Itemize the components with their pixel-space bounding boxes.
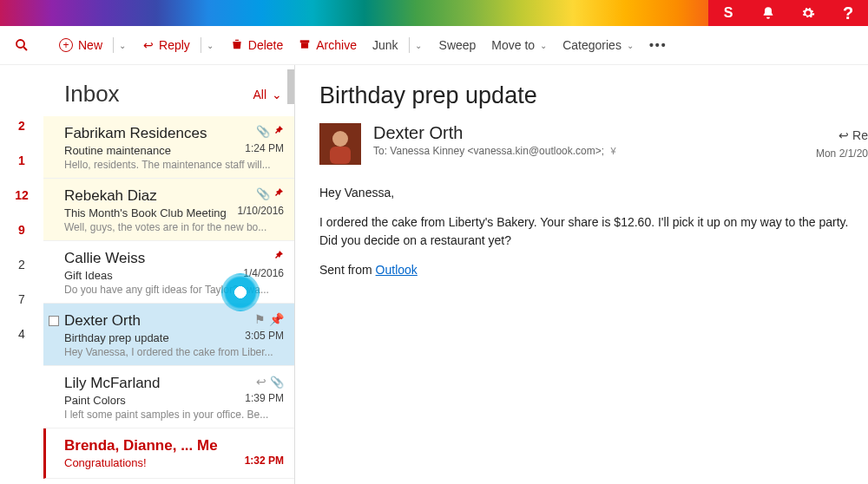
chevron-down-icon: ⌄	[272, 88, 282, 101]
item-icons: ⚑📌	[254, 312, 284, 326]
categories-label: Categories	[562, 38, 621, 52]
folder-title: Inbox	[64, 81, 120, 108]
svg-line-1	[23, 47, 27, 50]
delete-label: Delete	[248, 38, 283, 52]
svg-point-5	[332, 131, 348, 147]
junk-label: Junk	[372, 38, 398, 52]
item-icons: ↩📎	[256, 375, 284, 389]
scrollbar[interactable]	[287, 65, 294, 484]
sweep-button[interactable]: Sweep	[439, 38, 477, 52]
archive-button[interactable]: Archive	[299, 38, 357, 53]
folder-count[interactable]: 4	[18, 327, 25, 341]
folder-count[interactable]: 9	[18, 223, 25, 237]
trash-icon	[231, 38, 243, 53]
message-item[interactable]: 📎Rebekah DiazThis Month's Book Club Meet…	[43, 179, 294, 241]
delete-button[interactable]: Delete	[231, 38, 283, 53]
reply-arrow-icon: ↩	[256, 375, 266, 389]
item-preview: Well, guys, the votes are in for the new…	[64, 221, 282, 233]
item-sender: Dexter Orth	[64, 312, 282, 330]
pin-icon	[273, 187, 284, 200]
skype-icon[interactable]: S	[708, 0, 748, 26]
filter-dropdown[interactable]: All ⌄	[253, 88, 282, 101]
item-sender: Brenda, Dianne, ... Me	[64, 437, 282, 455]
item-sender: Lily McFarland	[64, 375, 282, 392]
message-item[interactable]: ↩📎Lily McFarlandPaint ColorsI left some …	[43, 366, 294, 428]
folder-count[interactable]: 2	[18, 258, 25, 271]
message-item[interactable]: 📎Fabrikam ResidencesRoutine maintenanceH…	[43, 116, 294, 179]
new-label: New	[78, 38, 102, 52]
reply-label: Re	[852, 128, 868, 142]
attachment-icon: 📎	[256, 187, 270, 200]
item-time: 3:05 PM	[245, 330, 284, 342]
item-sender: Rebekah Diaz	[64, 187, 282, 205]
help-icon[interactable]: ?	[828, 0, 868, 26]
message-body: Hey Vanessa, I ordered the cake from Lib…	[319, 184, 858, 278]
message-item[interactable]: ⚑📌Dexter OrthBirthday prep updateHey Van…	[43, 304, 294, 366]
scrollbar-thumb[interactable]	[287, 69, 294, 104]
recipients-line: To: Vanessa Kinney <vanessa.kin@outlook.…	[373, 145, 868, 157]
folder-count[interactable]: 2	[18, 119, 25, 133]
body-paragraph: I ordered the cake from Liberty's Bakery…	[319, 213, 858, 249]
item-sender: Fabrikam Residences	[64, 125, 282, 142]
sender-avatar[interactable]	[319, 123, 361, 165]
message-list: 📎Fabrikam ResidencesRoutine maintenanceH…	[43, 116, 294, 484]
sweep-label: Sweep	[439, 38, 477, 52]
command-toolbar: + New ⌄ ↩ Reply ⌄ Delete Archive Junk ⌄ …	[0, 26, 868, 65]
archive-label: Archive	[316, 38, 357, 52]
search-icon[interactable]	[0, 37, 43, 53]
svg-rect-6	[330, 147, 351, 164]
folder-count[interactable]: 7	[18, 292, 25, 306]
select-checkbox[interactable]	[49, 316, 59, 326]
sig-prefix: Sent from	[319, 263, 376, 277]
outlook-link[interactable]: Outlook	[376, 263, 418, 277]
chevron-down-icon[interactable]: ⌄	[113, 37, 128, 53]
folder-count[interactable]: 12	[15, 188, 29, 202]
to-value: Vanessa Kinney <vanessa.kin@outlook.com>…	[390, 145, 604, 157]
pin-outline-icon[interactable]: 📌	[269, 312, 284, 326]
pin-icon	[273, 125, 284, 138]
moveto-label: Move to	[491, 38, 535, 52]
item-time: 1:32 PM	[245, 455, 284, 467]
item-preview: Hello, residents. The maintenance staff …	[64, 159, 282, 171]
chevron-down-icon: ⌄	[540, 41, 547, 50]
item-preview: I left some paint samples in your office…	[64, 409, 282, 421]
notifications-icon[interactable]	[748, 0, 788, 26]
reply-button[interactable]: ↩ Re	[838, 128, 868, 142]
item-icons: 📎	[256, 187, 284, 200]
app-header-icons: S ?	[708, 0, 868, 26]
reading-pane: Birthday prep update Dexter Orth To: Van…	[295, 65, 868, 484]
item-sender: Callie Weiss	[64, 250, 282, 267]
svg-point-0	[16, 40, 24, 48]
item-icons: 📎	[256, 125, 284, 138]
svg-rect-2	[300, 40, 310, 43]
item-time: 1:24 PM	[245, 142, 284, 154]
chevron-down-icon[interactable]: ⌄	[201, 37, 215, 53]
message-date: Mon 2/1/20	[816, 147, 868, 160]
message-list-panel: Inbox All ⌄ 📎Fabrikam ResidencesRoutine …	[43, 65, 295, 484]
categories-button[interactable]: Categories ⌄	[562, 38, 634, 52]
pin-icon	[273, 250, 284, 263]
item-time: 1/10/2016	[238, 205, 284, 217]
item-preview: Hey Vanessa, I ordered the cake from Lib…	[64, 346, 282, 358]
junk-button[interactable]: Junk ⌄	[372, 37, 424, 53]
message-item[interactable]: Brenda, Dianne, ... MeCongratulations!1:…	[43, 428, 294, 479]
expand-recipients-icon[interactable]: ¥	[610, 146, 615, 156]
flag-icon[interactable]: ⚑	[254, 312, 266, 326]
svg-rect-3	[301, 43, 308, 48]
body-greeting: Hey Vanessa,	[319, 184, 858, 201]
item-time: 1:39 PM	[245, 392, 284, 404]
message-item[interactable]: Callie WeissGift IdeasDo you have any gi…	[43, 241, 294, 304]
settings-gear-icon[interactable]	[788, 0, 828, 26]
sender-name: Dexter Orth	[373, 123, 868, 143]
reply-button[interactable]: ↩ Reply ⌄	[143, 37, 215, 53]
item-preview: Do you have any gift ideas for Taylor? I…	[64, 284, 282, 296]
chevron-down-icon[interactable]: ⌄	[409, 37, 424, 53]
item-icons	[273, 250, 284, 263]
chevron-down-icon: ⌄	[627, 41, 634, 50]
folder-count[interactable]: 1	[18, 154, 25, 167]
more-actions-button[interactable]: •••	[649, 38, 667, 52]
new-button[interactable]: + New ⌄	[59, 37, 128, 53]
moveto-button[interactable]: Move to ⌄	[491, 38, 547, 52]
archive-icon	[299, 38, 311, 53]
message-title: Birthday prep update	[319, 82, 868, 109]
